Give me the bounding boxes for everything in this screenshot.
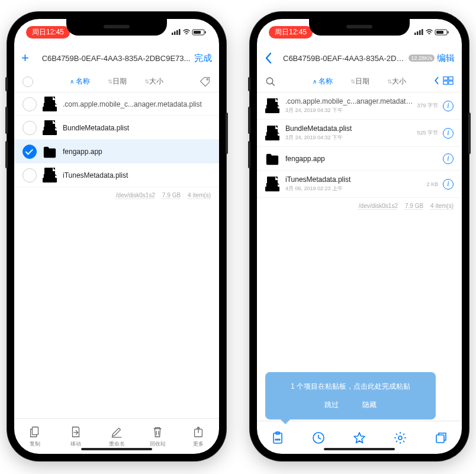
plist-file-icon — [43, 96, 57, 113]
svg-point-13 — [207, 78, 208, 80]
svg-point-31 — [398, 436, 402, 440]
file-row[interactable]: fengapp.app — [14, 140, 219, 164]
view-back-icon[interactable] — [433, 76, 439, 87]
svg-point-28 — [277, 439, 278, 440]
tooltip-message: 1 个项目在粘贴板，点击此处完成粘贴 — [272, 382, 429, 392]
file-row[interactable]: BundleMetadata.plist 3月 24, 2019 04:32 下… — [257, 120, 462, 147]
info-icon[interactable]: i — [443, 128, 454, 139]
item-count: 4 item(s) — [430, 203, 454, 209]
svg-line-20 — [272, 83, 275, 86]
plist-file-icon — [43, 120, 57, 136]
home-indicator[interactable] — [81, 448, 152, 450]
nav-title: C6B4759B-0EAF-4AA3-835A-2DBC9E736A... — [281, 54, 409, 63]
home-indicator[interactable] — [324, 448, 395, 450]
status-time: 周日12:45 — [26, 26, 70, 39]
tab-windows[interactable] — [421, 421, 462, 454]
file-row[interactable]: BundleMetadata.plist — [14, 116, 219, 140]
svg-point-19 — [266, 78, 273, 84]
tab-clipboard[interactable] — [257, 421, 298, 454]
folder-icon — [43, 143, 57, 160]
nav-title: C6B4759B-0EAF-4AA3-835A-2DBC9E73... — [38, 54, 194, 63]
tooltip-skip-button[interactable]: 跳过 — [324, 400, 339, 410]
file-size: 525 字节 — [417, 129, 438, 137]
svg-rect-32 — [436, 435, 444, 443]
plist-file-icon — [265, 176, 279, 193]
network-speed: 12.28K/s — [409, 55, 435, 62]
file-name: iTunesMetadata.plist — [285, 175, 423, 184]
status-time: 周日12:45 — [269, 26, 313, 39]
add-button[interactable]: + — [21, 50, 38, 66]
row-checkbox[interactable] — [22, 145, 37, 159]
file-row[interactable]: iTunesMetadata.plist — [14, 164, 219, 187]
svg-rect-21 — [443, 77, 448, 80]
file-name: fengapp.app — [285, 155, 438, 163]
nav-bar: + C6B4759B-0EAF-4AA3-835A-2DBC9E73... 完成 — [14, 45, 219, 71]
tooltip-hide-button[interactable]: 隐藏 — [362, 400, 377, 410]
file-row[interactable]: fengapp.app i — [257, 147, 462, 171]
file-row[interactable]: .com.apple.mobile_c...anager.metadata.pl… — [14, 92, 219, 116]
plist-file-icon — [265, 98, 279, 114]
info-icon[interactable]: i — [443, 101, 454, 111]
item-count: 4 item(s) — [188, 192, 211, 198]
copy-button[interactable]: 复制 — [14, 419, 55, 454]
tag-icon[interactable] — [195, 76, 211, 88]
file-list: .com.apple.mobile_c...anager.metadata.pl… — [257, 92, 462, 421]
folder-icon — [265, 150, 279, 167]
row-checkbox[interactable] — [22, 121, 37, 135]
info-icon[interactable]: i — [443, 179, 454, 190]
sort-by-size[interactable]: ⇅大小 — [387, 76, 406, 87]
sort-by-date[interactable]: ⇅日期 — [350, 76, 369, 87]
row-checkbox[interactable] — [22, 97, 37, 111]
sort-bar: ∧名称 ⇅日期 ⇅大小 — [14, 71, 219, 92]
disk-path: /dev/disk0s1s2 — [359, 203, 398, 209]
svg-point-27 — [275, 439, 276, 440]
svg-rect-22 — [449, 77, 453, 80]
disk-stats: /dev/disk0s1s2 7.9 GB 4 item(s) — [257, 198, 462, 214]
file-row[interactable]: iTunesMetadata.plist 4月 06, 2019 02:23 上… — [257, 171, 462, 198]
back-button[interactable] — [264, 52, 281, 64]
file-list: .com.apple.mobile_c...anager.metadata.pl… — [14, 92, 219, 418]
plist-file-icon — [43, 167, 57, 184]
status-indicators — [414, 29, 450, 36]
view-grid-icon[interactable] — [443, 76, 454, 87]
svg-rect-23 — [443, 81, 448, 84]
phone-right: 周日12:45 C6B4759B-0EAF-4AA3-835A-2DBC9E73… — [250, 12, 469, 461]
file-name: fengapp.app — [63, 148, 211, 156]
file-date: 3月 24, 2019 04:32 下午 — [285, 107, 413, 114]
file-name: .com.apple.mobile_c...anager.metadata.pl… — [285, 97, 413, 105]
search-icon[interactable] — [265, 76, 281, 87]
file-date: 3月 24, 2019 04:32 下午 — [285, 134, 413, 142]
file-name: iTunesMetadata.plist — [63, 171, 211, 180]
sort-by-name[interactable]: ∧名称 — [313, 76, 333, 87]
disk-path: /dev/disk0s1s2 — [116, 192, 155, 198]
paste-tooltip[interactable]: 1 个项目在粘贴板，点击此处完成粘贴 跳过 隐藏 — [265, 372, 436, 419]
info-icon[interactable]: i — [443, 153, 454, 164]
done-button[interactable]: 完成 — [194, 53, 212, 64]
plist-file-icon — [265, 125, 279, 142]
svg-rect-24 — [449, 81, 453, 84]
file-name: .com.apple.mobile_c...anager.metadata.pl… — [63, 100, 211, 108]
file-name: BundleMetadata.plist — [285, 124, 413, 133]
file-date: 4月 06, 2019 02:23 上午 — [285, 185, 423, 193]
row-checkbox[interactable] — [22, 168, 37, 182]
file-row[interactable]: .com.apple.mobile_c...anager.metadata.pl… — [257, 92, 462, 120]
file-size: 2 KB — [426, 181, 438, 187]
sort-by-date[interactable]: ⇅日期 — [108, 76, 127, 87]
phone-left: 周日12:45 + C6B4759B-0EAF-4AA3-835A-2DBC9E… — [7, 12, 226, 461]
sort-by-name[interactable]: ∧名称 — [70, 76, 90, 87]
select-all-checkbox[interactable] — [22, 76, 33, 87]
svg-point-29 — [279, 439, 280, 440]
sort-bar: ∧名称 ⇅日期 ⇅大小 — [257, 71, 462, 92]
disk-stats: /dev/disk0s1s2 7.9 GB 4 item(s) — [14, 187, 219, 203]
edit-button[interactable]: 编辑 — [437, 53, 455, 64]
status-indicators — [172, 29, 207, 36]
disk-free: 7.9 GB — [405, 203, 423, 209]
nav-bar: C6B4759B-0EAF-4AA3-835A-2DBC9E736A... 12… — [257, 45, 462, 71]
file-name: BundleMetadata.plist — [63, 124, 211, 132]
more-button[interactable]: 更多 — [178, 419, 219, 454]
svg-rect-14 — [32, 427, 38, 434]
disk-free: 7.9 GB — [162, 192, 181, 198]
file-size: 379 字节 — [417, 102, 438, 110]
sort-by-size[interactable]: ⇅大小 — [144, 76, 163, 87]
